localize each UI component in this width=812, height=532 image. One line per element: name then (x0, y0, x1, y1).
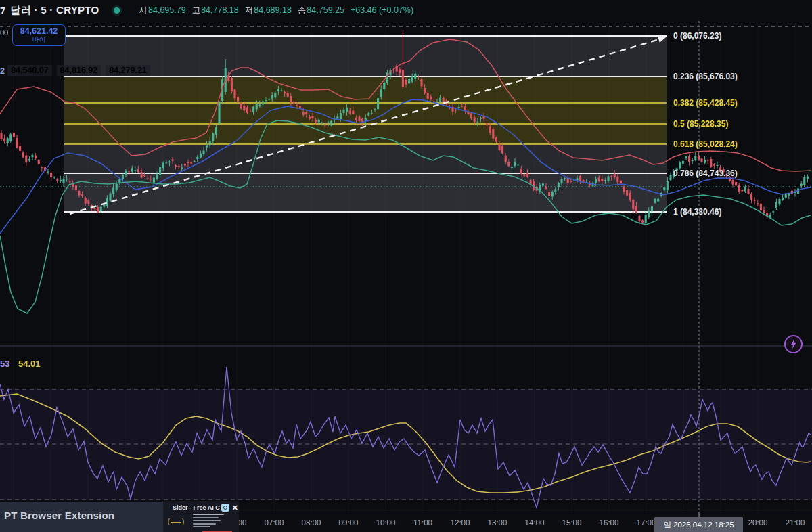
clipped-text-legend: 2 (0, 66, 5, 76)
time-tick-15:00: 15:00 (562, 518, 582, 527)
time-tick-08:00: 08:00 (302, 518, 321, 527)
low-value: 84,689.18 (254, 5, 292, 15)
time-tick-14:00: 14:00 (525, 518, 545, 527)
buy-order-widget[interactable]: 84,621.42 바이 (12, 24, 66, 46)
close-value: 84,759.25 (307, 5, 344, 15)
main-chart[interactable]: 0 (86,076.23)0.236 (85,676.03)0.382 (85,… (0, 0, 812, 532)
time-tick-12:00: 12:00 (451, 518, 470, 527)
rsi-value-partial: 53 (0, 359, 9, 369)
lightning-bolt-icon (788, 339, 798, 349)
time-tick-20:00: 20:00 (748, 518, 768, 527)
feature-text-lines (193, 514, 224, 527)
rsi-pane (0, 367, 812, 508)
fib-label-1: 1 (84,380.46) (673, 207, 721, 217)
quick-trade-button[interactable] (784, 335, 803, 353)
open-label: 시 (139, 5, 148, 16)
symbol-text-partial: 7 (0, 5, 5, 16)
sider-app-icon (221, 504, 229, 512)
time-tick-11:00: 11:00 (413, 518, 432, 527)
extension-popup[interactable]: PT Browser Extension Sider - Free AI C ✕… (0, 502, 239, 532)
market-status-dot-icon[interactable] (114, 7, 120, 14)
time-tick-10:00: 10:00 (376, 518, 396, 527)
clipped-text-top: 00 (0, 28, 8, 37)
buy-order-price: 84,621.42 (20, 27, 58, 36)
symbol-toolbar: 7 달러 · 5 · CRYPTO 시84,695.79 고84,778.18 … (0, 0, 812, 20)
time-tick-07:00: 07:00 (265, 518, 284, 527)
crosshair-time-label: 일 2025.04.12 18:25 (654, 517, 743, 532)
bollinger-legend[interactable]: 84,548.07 84,816.92 84,279.21 (7, 65, 150, 76)
bollinger-upper-value: 84,816.92 (57, 65, 102, 76)
crosshair-tick (698, 512, 700, 517)
fib-label-0: 0 (86,076.23) (673, 31, 721, 41)
close-label: 종 (298, 5, 307, 16)
time-tick-21:00: 21:00 (786, 518, 805, 527)
symbol-title[interactable]: 달러 · 5 · CRYPTO (10, 4, 99, 17)
low-label: 저 (245, 5, 254, 16)
change-value: +63.46 (+0.07%) (351, 5, 413, 15)
time-tick-16:00: 16:00 (600, 518, 619, 527)
fib-label-0.5: 0.5 (85,228.35) (673, 119, 728, 129)
award-laurel-icon: () (164, 516, 187, 527)
high-value: 84,778.18 (201, 5, 239, 15)
buy-button-label: 바이 (32, 36, 46, 43)
fib-label-0.786: 0.786 (84,743.36) (673, 169, 738, 178)
sider-tooltip-title: Sider - Free AI C (173, 504, 220, 511)
open-value: 84,695.79 (148, 5, 186, 15)
fib-label-0.618: 0.618 (85,028.24) (673, 139, 738, 149)
time-tick-17:00: 17:00 (637, 518, 656, 527)
fib-label-0.382: 0.382 (85,428.45) (673, 98, 738, 108)
trading-app-window: 0 (86,076.23)0.236 (85,676.03)0.382 (85,… (0, 0, 812, 532)
high-label: 고 (192, 5, 201, 16)
fib-label-0.236: 0.236 (85,676.03) (673, 72, 738, 81)
close-icon[interactable]: ✕ (232, 504, 238, 512)
sider-tooltip-header: Sider - Free AI C ✕ (163, 503, 239, 512)
bollinger-basis-value: 84,548.07 (7, 65, 52, 76)
time-tick-13:00: 13:00 (488, 518, 508, 527)
time-tick-09:00: 09:00 (339, 518, 359, 527)
sider-tooltip-card[interactable]: Sider - Free AI C ✕ () (163, 501, 239, 532)
ohlc-readout: 시84,695.79 고84,778.18 저84,689.18 종84,759… (133, 5, 414, 16)
rsi-ma-value: 54.01 (18, 359, 41, 369)
extension-popup-title: PT Browser Extension (4, 510, 114, 521)
bollinger-lower-value: 84,279.21 (106, 65, 150, 76)
